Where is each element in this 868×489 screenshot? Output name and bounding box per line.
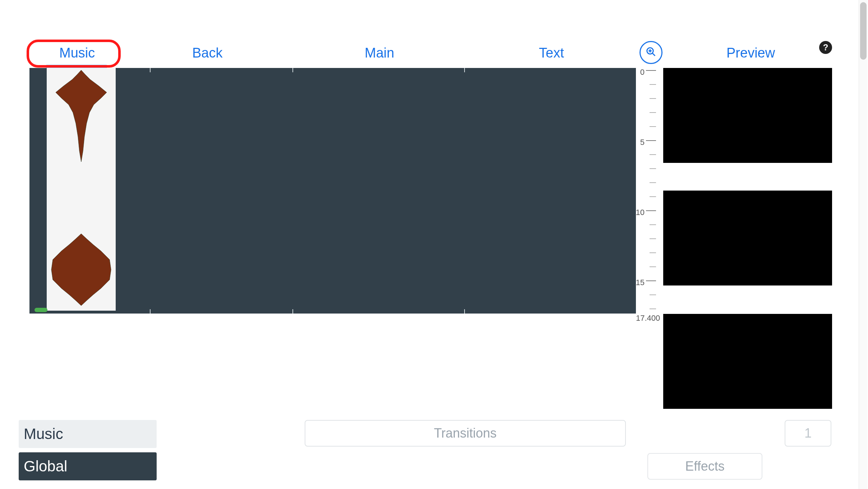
tab-main[interactable]: Main bbox=[365, 45, 394, 61]
timeline-divider bbox=[464, 309, 465, 314]
preview-thumbnail-1[interactable] bbox=[663, 68, 832, 163]
timeline-divider bbox=[150, 68, 151, 72]
panel-toggle-music-label: Music bbox=[24, 425, 63, 443]
panel-toggle-global-label: Global bbox=[24, 458, 67, 475]
timeline-divider bbox=[150, 309, 151, 314]
svg-marker-4 bbox=[56, 70, 107, 162]
panel-toggle-music[interactable]: Music bbox=[19, 420, 157, 448]
effects-button-label: Effects bbox=[685, 459, 724, 474]
ruler-label-5: 5 bbox=[640, 138, 645, 147]
svg-marker-5 bbox=[51, 234, 111, 306]
ruler-label-15: 15 bbox=[636, 278, 645, 287]
timeline-canvas[interactable] bbox=[29, 68, 636, 314]
time-ruler: 0 5 10 15 bbox=[636, 68, 656, 314]
clip-trim-handle[interactable] bbox=[34, 308, 47, 312]
panel-toggle-global[interactable]: Global bbox=[19, 452, 157, 480]
tabs-row: Music Back Main Text Preview ? bbox=[29, 43, 834, 68]
waveform-1 bbox=[51, 70, 112, 162]
tab-back[interactable]: Back bbox=[192, 45, 222, 61]
ruler-label-0: 0 bbox=[640, 68, 645, 77]
zoom-in-button[interactable] bbox=[640, 41, 662, 64]
help-button[interactable]: ? bbox=[819, 41, 832, 54]
page-number-value: 1 bbox=[804, 426, 812, 441]
ruler-label-10: 10 bbox=[636, 208, 645, 217]
page-number-input[interactable]: 1 bbox=[785, 420, 831, 447]
waveform-2 bbox=[51, 234, 112, 306]
effects-button[interactable]: Effects bbox=[647, 453, 762, 480]
scrollbar-thumb[interactable] bbox=[860, 2, 867, 60]
svg-line-1 bbox=[652, 53, 655, 56]
preview-thumbnail-2[interactable] bbox=[663, 191, 832, 285]
vertical-scrollbar[interactable] bbox=[859, 0, 867, 489]
timeline-divider bbox=[292, 309, 293, 314]
help-icon: ? bbox=[823, 42, 828, 52]
tab-preview[interactable]: Preview bbox=[726, 45, 775, 61]
tab-music[interactable]: Music bbox=[59, 45, 95, 61]
transitions-button[interactable]: Transitions bbox=[305, 420, 626, 447]
zoom-in-icon bbox=[646, 46, 656, 59]
preview-thumbnail-3[interactable] bbox=[663, 314, 832, 409]
tab-text[interactable]: Text bbox=[539, 45, 564, 61]
timeline-divider bbox=[292, 68, 293, 72]
transitions-button-label: Transitions bbox=[434, 426, 497, 441]
app-root: Music Back Main Text Preview ? bbox=[0, 0, 868, 489]
audio-clip[interactable] bbox=[47, 68, 116, 311]
timeline-duration: 17.400 bbox=[636, 314, 660, 323]
timeline-divider bbox=[464, 68, 465, 72]
